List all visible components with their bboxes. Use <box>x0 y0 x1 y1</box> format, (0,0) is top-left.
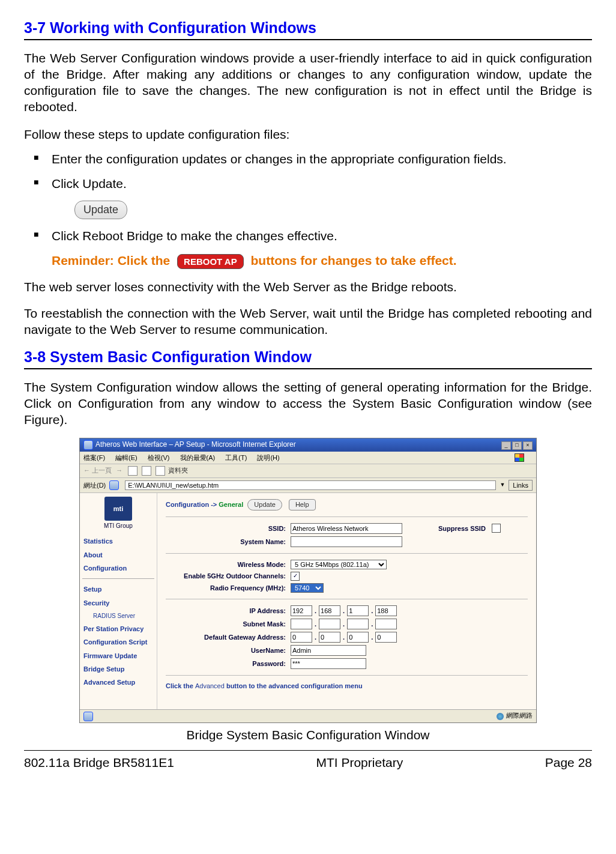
ip-label: IP Address: <box>166 607 286 615</box>
username-input[interactable] <box>291 645 366 656</box>
toolbar: ← 上一頁 → 資料夾 <box>80 464 536 478</box>
ssid-input[interactable] <box>291 523 402 534</box>
sidebar-item-configscript[interactable]: Configuration Script <box>82 635 154 649</box>
gw-oct-4[interactable] <box>375 632 397 643</box>
outdoor-label: Enable 5GHz Outdoor Channels: <box>166 572 286 580</box>
menubar: 檔案(F) 編輯(E) 檢視(V) 我的最愛(A) 工具(T) 說明(H) <box>80 452 536 464</box>
gw-label: Default Gateway Address: <box>166 633 286 641</box>
freq-select[interactable]: 5740 <box>291 583 324 593</box>
outdoor-checkbox[interactable]: ✓ <box>291 572 300 581</box>
menu-favorites[interactable]: 我的最愛(A) <box>180 454 216 461</box>
minimize-icon[interactable]: _ <box>501 441 511 450</box>
loses-connectivity-paragraph: The web server loses connectivity with t… <box>24 279 592 295</box>
stop-icon[interactable] <box>128 466 137 476</box>
refresh-icon[interactable] <box>142 466 151 476</box>
sidebar-item-psp[interactable]: Per Station Privacy <box>82 622 154 635</box>
address-input[interactable] <box>125 480 496 490</box>
ie-icon <box>83 440 93 450</box>
breadcrumb-config: Configuration -> <box>166 501 217 508</box>
reboot-ap-button[interactable]: REBOOT AP <box>177 254 244 270</box>
username-label: UserName: <box>166 646 286 655</box>
sidebar-item-security[interactable]: Security <box>82 596 154 610</box>
addr-dropdown-icon[interactable]: ▼ <box>500 482 505 489</box>
logo: mti <box>104 497 132 521</box>
pane-help-button[interactable]: Help <box>289 499 316 510</box>
pane-update-button[interactable]: Update <box>247 499 282 510</box>
window-buttons[interactable]: _□× <box>500 440 533 450</box>
status-bar: 網際網路 <box>80 709 536 722</box>
mask-oct-4[interactable] <box>375 619 397 629</box>
globe-icon <box>497 713 504 720</box>
mask-label: Subnet Mask: <box>166 620 286 628</box>
window-titlebar: Atheros Web Interface – AP Setup - Micro… <box>80 438 536 452</box>
section-3-8-paragraph-1: The System Configuration window allows t… <box>24 379 592 428</box>
back-button[interactable]: ← 上一頁 <box>83 467 112 474</box>
wmode-select[interactable]: 5 GHz 54Mbps (802.11a) <box>291 560 387 569</box>
ip-oct-3[interactable] <box>347 605 369 616</box>
embedded-screenshot: Atheros Web Interface – AP Setup - Micro… <box>79 438 537 723</box>
advanced-button[interactable]: Advanced <box>195 682 225 689</box>
maximize-icon[interactable]: □ <box>512 441 522 450</box>
section-3-7-heading: 3-7 Working with Configuration Windows <box>24 18 592 40</box>
step-item-1: Enter the configuration updates or chang… <box>52 151 592 167</box>
footer-left: 802.11a Bridge BR5811E1 <box>24 754 174 771</box>
group-label: MTI Group <box>82 522 154 530</box>
reestablish-paragraph: To reestablish the connection with the W… <box>24 305 592 338</box>
config-main-pane: Configuration -> General Update Help SSI… <box>157 493 536 709</box>
window-title: Atheros Web Interface – AP Setup - Micro… <box>95 440 296 449</box>
sysname-label: System Name: <box>166 538 286 546</box>
sidebar-item-advanced[interactable]: Advanced Setup <box>82 676 154 689</box>
windows-flag-icon <box>515 453 524 462</box>
mask-oct-3[interactable] <box>347 619 369 629</box>
mask-oct-1[interactable] <box>291 619 312 629</box>
gw-oct-2[interactable] <box>319 632 340 643</box>
step-item-2: Click Update. <box>52 175 592 192</box>
sidebar-item-firmware[interactable]: Firmware Update <box>82 649 154 662</box>
figure-caption: Bridge System Basic Configuration Window <box>24 727 592 743</box>
sysname-input[interactable] <box>291 536 402 547</box>
update-button[interactable]: Update <box>74 201 127 219</box>
forward-button[interactable]: → <box>116 467 122 474</box>
sidebar-item-configuration[interactable]: Configuration <box>82 562 154 575</box>
password-label: Password: <box>166 659 286 668</box>
menu-tools[interactable]: 工具(T) <box>225 454 247 461</box>
ip-oct-1[interactable] <box>291 605 312 616</box>
home-icon[interactable] <box>156 466 165 476</box>
advanced-pre: Click the <box>166 682 193 689</box>
close-icon[interactable]: × <box>523 441 533 450</box>
suppress-ssid-label: Suppress SSID <box>438 524 486 533</box>
gw-oct-1[interactable] <box>291 632 312 643</box>
sidebar-item-setup[interactable]: Setup <box>82 583 154 596</box>
suppress-ssid-checkbox[interactable] <box>492 524 501 533</box>
addr-ie-icon <box>109 480 119 490</box>
ip-oct-4[interactable] <box>375 605 397 616</box>
section-3-7-paragraph-1: The Web Server Configuration windows pro… <box>24 50 592 115</box>
footer-center: MTI Proprietary <box>316 754 403 771</box>
sidebar-item-statistics[interactable]: Statistics <box>82 535 154 548</box>
reminder-pre-text: Reminder: Click the <box>52 253 170 267</box>
advanced-post: button to the advanced configuration men… <box>226 682 363 689</box>
sidebar-item-about[interactable]: About <box>82 548 154 562</box>
steps-intro: Follow these steps to update configurati… <box>24 126 592 142</box>
mask-oct-2[interactable] <box>319 619 340 629</box>
menu-help[interactable]: 說明(H) <box>257 454 279 461</box>
password-input[interactable] <box>291 658 366 669</box>
gw-oct-3[interactable] <box>347 632 369 643</box>
links-button[interactable]: Links <box>509 480 533 491</box>
menu-edit[interactable]: 編輯(E) <box>115 454 137 461</box>
menu-file[interactable]: 檔案(F) <box>83 454 105 461</box>
sidebar: mti MTI Group Statistics About Configura… <box>80 493 157 709</box>
reminder-post-text: buttons for changes to take effect. <box>251 253 457 267</box>
address-label: 網址(D) <box>83 481 106 489</box>
sidebar-item-bridgesetup[interactable]: Bridge Setup <box>82 662 154 676</box>
menu-view[interactable]: 檢視(V) <box>148 454 170 461</box>
ip-oct-2[interactable] <box>319 605 340 616</box>
reminder-line: Reminder: Click the REBOOT AP buttons fo… <box>52 252 592 269</box>
footer-right: Page 28 <box>545 754 592 771</box>
sidebar-item-radius[interactable]: RADIUS Server <box>82 610 154 622</box>
freq-label: Radio Frequency (MHz): <box>166 584 286 592</box>
breadcrumb-general: General <box>219 501 243 508</box>
section-3-8-heading: 3-8 System Basic Configuration Window <box>24 347 592 369</box>
folders-button[interactable]: 資料夾 <box>168 467 188 474</box>
step-item-3: Click Reboot Bridge to make the changes … <box>52 228 592 244</box>
